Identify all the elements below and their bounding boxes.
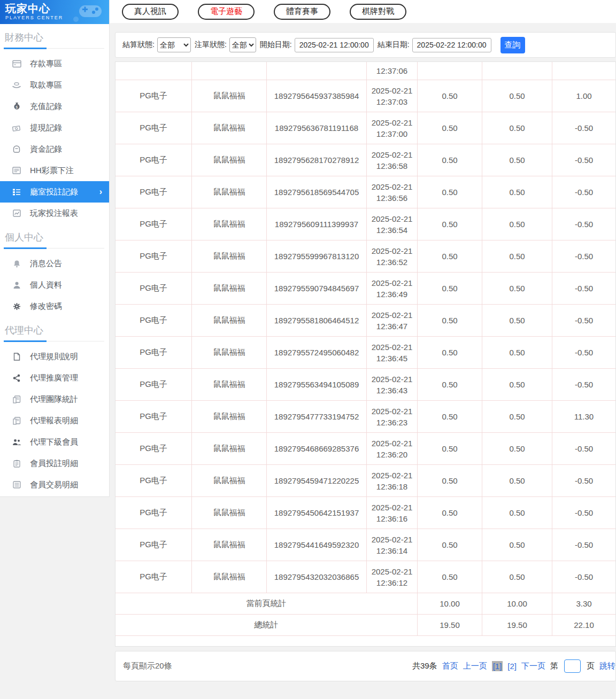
report-icon — [12, 417, 21, 425]
pagination-bar: 每頁顯示20條 共39条 首页 上一页 [1] [2] 下一页 第 页 跳转 — [115, 651, 616, 681]
sidebar-item-change-password[interactable]: 修改密碼 — [0, 296, 109, 317]
sidebar-item-withdraw-zone[interactable]: 取款專區 — [0, 74, 109, 96]
summary-valid-amount: 10.00 — [482, 593, 552, 615]
cell-bet-id: 1892795590794845697 — [267, 273, 367, 305]
sidebar-item-label: 會員交易明細 — [30, 480, 78, 490]
sidebar-item-player-bet-report[interactable]: 玩家投注報表 — [0, 203, 109, 224]
cell-platform: PG电子 — [116, 401, 192, 433]
tab-live-video[interactable]: 真人視訊 — [122, 4, 179, 20]
sidebar-item-hall-bet-records[interactable]: 廳室投註記錄 › — [0, 181, 109, 203]
jump-link[interactable]: 跳转 — [599, 661, 615, 671]
cell-win-loss: -0.50 — [552, 529, 616, 561]
gamepad-icon — [72, 1, 106, 22]
query-button[interactable]: 查詢 — [500, 37, 525, 53]
sidebar-item-profile[interactable]: 個人資料 — [0, 274, 109, 296]
end-date-label: 結束日期: — [378, 40, 410, 50]
end-date-input[interactable] — [412, 38, 491, 52]
cell-valid-amount: 0.50 — [482, 433, 552, 465]
cell-game: 鼠鼠福福 — [192, 561, 267, 593]
withdraw-hand-icon — [12, 81, 21, 89]
cell-game: 鼠鼠福福 — [192, 112, 267, 144]
settle-status-select[interactable]: 全部 — [157, 37, 191, 52]
summary-label: 總統計 — [116, 615, 418, 636]
sidebar-item-agent-team-stats[interactable]: 代理團隊統計 — [0, 389, 109, 410]
sidebar-item-fund-records[interactable]: 資金記錄 — [0, 138, 109, 160]
cell-win-loss: -0.50 — [552, 465, 616, 497]
cell-bet-amount: 0.50 — [418, 369, 482, 401]
sidebar-item-hh-lottery-bets[interactable]: HH彩票下注 — [0, 160, 109, 181]
cell-win-loss: -0.50 — [552, 176, 616, 208]
settle-status-label: 結算狀態: — [122, 40, 155, 50]
sidebar-item-label: HH彩票下注 — [30, 166, 74, 176]
cell-valid-amount: 0.50 — [482, 305, 552, 337]
category-tabbar: 真人視訊 電子遊藝 體育賽事 棋牌對戰 — [110, 0, 616, 23]
sidebar-item-agent-rules[interactable]: 代理規則說明 — [0, 346, 109, 367]
cell-platform: PG电子 — [116, 305, 192, 337]
prev-page-link[interactable]: 上一页 — [463, 661, 487, 671]
sidebar-item-agent-report-detail[interactable]: 代理報表明細 — [0, 410, 109, 431]
share-icon — [12, 374, 21, 382]
sidebar-item-withdrawal-records[interactable]: 提現記錄 — [0, 117, 109, 138]
cell-bet-amount: 0.50 — [418, 401, 482, 433]
section-title: 代理中心 — [5, 325, 43, 336]
cell-bet-id: 1892795599967813120 — [267, 240, 367, 273]
start-date-input[interactable] — [295, 38, 374, 52]
sidebar-item-label: 存款專區 — [30, 59, 62, 69]
sidebar-item-announcements[interactable]: 消息公告 — [0, 253, 109, 274]
sidebar-item-label: 充值記錄 — [30, 102, 62, 112]
cell-valid-amount: 0.50 — [482, 337, 552, 369]
sidebar-item-label: 代理團隊統計 — [30, 394, 78, 405]
page-jump-input[interactable] — [564, 659, 581, 673]
banknotes-icon — [12, 124, 21, 131]
cell-platform: PG电子 — [116, 529, 192, 561]
sidebar-item-agent-sub-members[interactable]: 代理下級會員 — [0, 431, 109, 453]
filter-panel: 結算狀態: 全部 注單狀態: 全部 開始日期: 結束日期: 查詢 — [115, 32, 616, 58]
sidebar-item-member-bet-detail[interactable]: 會員投註明細 — [0, 453, 109, 474]
bell-icon — [12, 260, 21, 268]
sidebar-section-agent: 代理中心 — [5, 324, 104, 341]
cell-platform: PG电子 — [116, 273, 192, 305]
cell-bet-id: 1892795450642151937 — [267, 497, 367, 529]
first-page-link[interactable]: 首页 — [442, 661, 458, 671]
cell-valid-amount: 0.50 — [482, 240, 552, 273]
summary-bet-amount: 10.00 — [418, 593, 482, 615]
sidebar-item-deposit-zone[interactable]: 存款專區 — [0, 53, 109, 74]
cell-game: 鼠鼠福福 — [192, 401, 267, 433]
cell-game: 鼠鼠福福 — [192, 305, 267, 337]
table-row: PG电子 鼠鼠福福 1892795628170278912 2025-02-21… — [116, 144, 616, 176]
sidebar-item-agent-promotion[interactable]: 代理推廣管理 — [0, 367, 109, 389]
total-count-text: 共39条 — [412, 661, 437, 671]
cell-game: 鼠鼠福福 — [192, 273, 267, 305]
sidebar-item-label: 玩家投注報表 — [30, 208, 78, 219]
cell-bet-amount — [418, 62, 482, 80]
sidebar-item-recharge-records[interactable]: $ 充值記錄 — [0, 96, 109, 117]
cell-valid-amount: 0.50 — [482, 112, 552, 144]
page-link-2[interactable]: [2] — [507, 662, 517, 671]
sidebar-item-member-transaction-detail[interactable]: 會員交易明細 — [0, 474, 109, 495]
sidebar-item-label: 消息公告 — [30, 259, 62, 269]
page-link-1[interactable]: [1] — [492, 661, 503, 671]
cell-bet-id: 1892795618569544705 — [267, 176, 367, 208]
tab-board-games[interactable]: 棋牌對戰 — [350, 4, 406, 20]
cell-valid-amount: 0.50 — [482, 273, 552, 305]
cell-datetime: 2025-02-2112:36:45 — [367, 337, 418, 369]
cell-datetime: 2025-02-2112:36:23 — [367, 401, 418, 433]
sidebar-item-label: 代理報表明細 — [30, 416, 78, 426]
cell-datetime: 2025-02-2112:36:16 — [367, 497, 418, 529]
deposit-card-icon — [12, 60, 21, 68]
order-status-select[interactable]: 全部 — [229, 37, 256, 52]
table-row: PG电子 鼠鼠福福 1892795618569544705 2025-02-21… — [116, 176, 616, 208]
user-icon — [12, 281, 21, 289]
sidebar-section-personal: 個人中心 — [5, 231, 104, 248]
chart-box-icon — [12, 209, 21, 217]
table-row: PG电子 鼠鼠福福 1892795581806464512 2025-02-21… — [116, 305, 616, 337]
cell-bet-id: 1892795477733194752 — [267, 401, 367, 433]
cell-platform: PG电子 — [116, 465, 192, 497]
tab-electronic-games[interactable]: 電子遊藝 — [198, 4, 255, 20]
lottery-list-icon — [12, 167, 21, 174]
cell-platform: PG电子 — [116, 208, 192, 240]
cell-platform: PG电子 — [116, 497, 192, 529]
cell-bet-amount: 0.50 — [418, 240, 482, 273]
tab-sports[interactable]: 體育賽事 — [274, 4, 330, 20]
next-page-link[interactable]: 下一页 — [521, 661, 545, 671]
